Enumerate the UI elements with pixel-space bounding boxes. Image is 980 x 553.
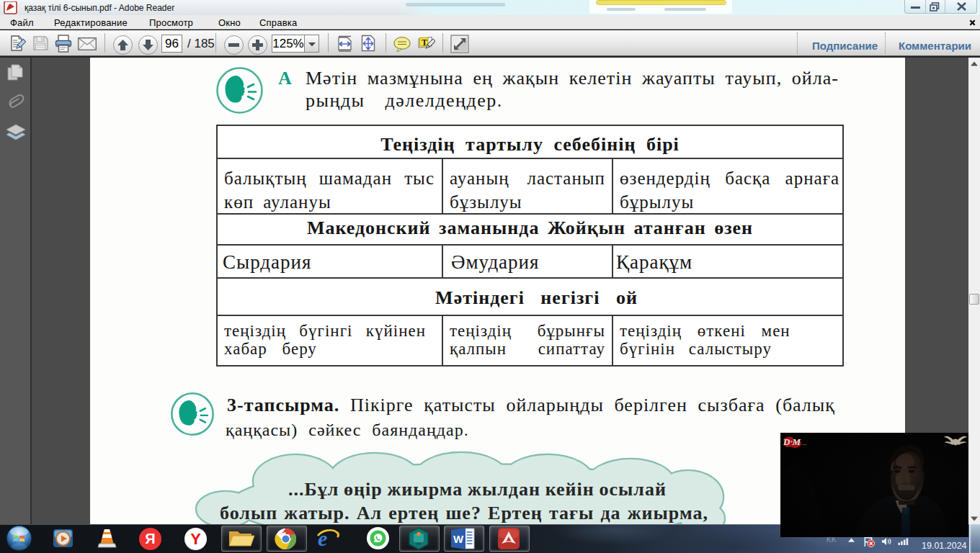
svg-text:DʼM: DʼM bbox=[783, 436, 801, 447]
svg-text:W: W bbox=[453, 533, 464, 545]
svg-text:T: T bbox=[422, 37, 427, 48]
svg-text:...: ... bbox=[802, 440, 807, 446]
